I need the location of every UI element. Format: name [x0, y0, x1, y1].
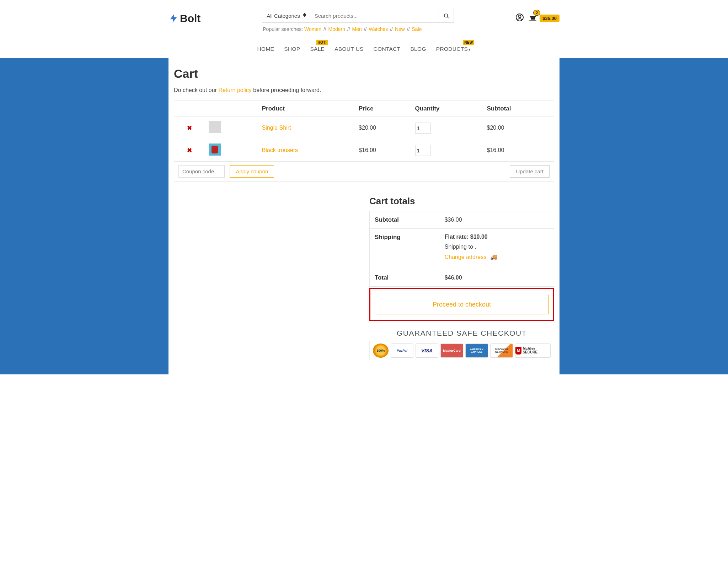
safe-checkout: GUARANTEED SAFE CHECKOUT 100% PayPal VIS… — [369, 329, 554, 360]
popular-link[interactable]: Sale — [412, 26, 422, 32]
product-thumbnail[interactable] — [209, 144, 221, 156]
item-subtotal: $16.00 — [483, 139, 554, 162]
cart-count-badge: 2 — [533, 10, 540, 16]
shipping-to-text: Shipping to . — [445, 244, 549, 250]
search-bar: All Categories — [262, 9, 454, 23]
checkout-highlight: Proceed to checkout — [369, 288, 554, 321]
change-address-link[interactable]: Change address — [445, 254, 486, 260]
item-price: $16.00 — [354, 139, 411, 162]
nav-home[interactable]: HOME — [257, 46, 274, 52]
flat-rate-text: Flat rate: $10.00 — [445, 234, 549, 240]
svg-line-1 — [447, 17, 449, 18]
coupon-input[interactable] — [178, 165, 225, 178]
bolt-icon — [168, 13, 178, 23]
apply-coupon-button[interactable]: Apply coupon — [230, 165, 274, 178]
main-nav: HOME SHOP SALEHOT! ABOUT US CONTACT BLOG… — [174, 40, 554, 58]
popular-link[interactable]: Watches — [369, 26, 388, 32]
user-icon[interactable] — [515, 13, 524, 23]
search-input[interactable] — [310, 9, 439, 22]
search-icon — [444, 13, 449, 19]
nav-sale[interactable]: SALEHOT! — [310, 46, 325, 52]
popular-link[interactable]: Men — [352, 26, 362, 32]
svg-point-3 — [519, 15, 521, 18]
totals-table: Subtotal $36.00 Shipping Flat rate: $10.… — [369, 211, 554, 287]
product-link[interactable]: Single Shirt — [262, 125, 291, 131]
page-title: Cart — [174, 67, 554, 81]
nav-blog[interactable]: BLOG — [410, 46, 426, 52]
intro-text: Do check out our Return policy before pr… — [174, 87, 554, 93]
item-subtotal: $20.00 — [483, 117, 554, 139]
remove-item-button[interactable]: ✖ — [187, 125, 192, 131]
popular-link[interactable]: Modern — [328, 26, 345, 32]
product-link[interactable]: Black trousers — [262, 147, 298, 153]
mastercard-badge: MasterCard — [440, 343, 463, 358]
satisfaction-seal-icon: 100% — [373, 343, 389, 358]
th-subtotal: Subtotal — [483, 101, 554, 117]
popular-link[interactable]: Women — [304, 26, 321, 32]
visa-badge: VISA — [416, 343, 438, 358]
hot-badge: HOT! — [316, 40, 328, 45]
popular-searches: Popular searches: Women // Modern // Men… — [262, 23, 454, 32]
category-select[interactable]: All Categories — [262, 9, 310, 22]
total-value: $46.00 — [440, 269, 554, 287]
shipping-label: Shipping — [370, 229, 440, 269]
cart-total: $36.00 — [540, 15, 560, 22]
chevron-down-icon: ▾ — [469, 47, 471, 52]
new-badge: NEW — [463, 40, 474, 45]
popular-link[interactable]: New — [395, 26, 405, 32]
svg-point-0 — [444, 14, 448, 17]
nav-about[interactable]: ABOUT US — [334, 46, 363, 52]
quantity-input[interactable] — [415, 123, 431, 134]
header-cart[interactable]: 2 $36.00 — [528, 13, 560, 23]
table-row: ✖ Black trousers $16.00 $16.00 — [174, 139, 554, 162]
proceed-to-checkout-button[interactable]: Proceed to checkout — [375, 295, 549, 314]
total-label: Total — [370, 269, 440, 287]
th-price: Price — [354, 101, 411, 117]
paypal-badge: PayPal — [391, 343, 413, 358]
amex-badge: AMERICAN EXPRESS — [465, 343, 488, 358]
nav-products[interactable]: PRODUCTS▾NEW — [436, 46, 471, 52]
nav-shop[interactable]: SHOP — [284, 46, 300, 52]
shield-icon: M — [515, 347, 521, 355]
truck-icon: 🚚 — [488, 254, 497, 260]
th-product: Product — [258, 101, 354, 117]
actions-row: Apply coupon Update cart — [174, 162, 554, 182]
th-quantity: Quantity — [411, 101, 483, 117]
cart-totals-title: Cart totals — [369, 196, 554, 207]
item-price: $20.00 — [354, 117, 411, 139]
logo-text: Bolt — [180, 12, 200, 25]
mcafee-badge: MMcAfee SECURE — [515, 343, 551, 358]
search-button[interactable] — [439, 9, 454, 22]
remove-item-button[interactable]: ✖ — [187, 147, 192, 154]
subtotal-label: Subtotal — [370, 211, 440, 229]
subtotal-value: $36.00 — [440, 211, 554, 229]
nav-contact[interactable]: CONTACT — [374, 46, 401, 52]
table-row: ✖ Single Shirt $20.00 $20.00 — [174, 117, 554, 139]
cart-table: Product Price Quantity Subtotal ✖ Single… — [174, 101, 554, 182]
product-thumbnail[interactable] — [209, 121, 221, 133]
return-policy-link[interactable]: Return policy — [218, 87, 251, 93]
update-cart-button[interactable]: Update cart — [510, 165, 550, 178]
safe-checkout-title: GUARANTEED SAFE CHECKOUT — [369, 329, 554, 337]
logo[interactable]: Bolt — [168, 9, 200, 25]
discover-badge: DISCOVER NETWORK — [490, 343, 513, 358]
quantity-input[interactable] — [415, 145, 431, 156]
